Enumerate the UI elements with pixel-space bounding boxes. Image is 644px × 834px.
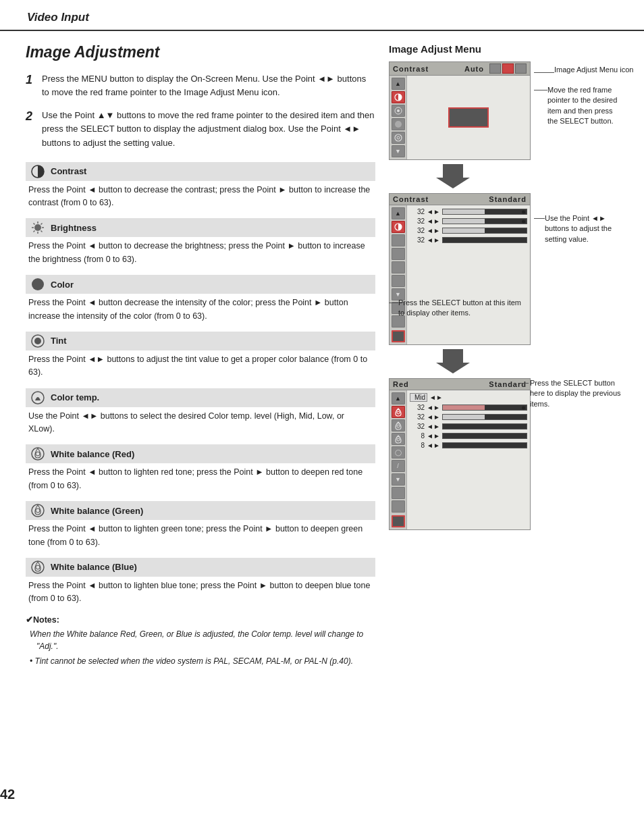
colortemp-desc: Use the Point ◄► buttons to select the d… (26, 410, 375, 436)
svg-point-30 (397, 425, 400, 427)
menu1-annotation2-text: Move the red frame pointer to the desire… (547, 85, 618, 127)
step-1: 1 Press the MENU button to display the O… (26, 72, 375, 99)
menu1-top-label: Contrast (393, 65, 462, 73)
page-header: Video Input (0, 0, 644, 31)
svg-point-19 (36, 565, 40, 569)
svg-point-23 (395, 121, 402, 128)
brightness-desc: Press the Point ◄ button to decrease the… (26, 240, 375, 266)
menu-3-container: Red Standard ▲ (389, 378, 618, 530)
brightness-icon (30, 220, 45, 235)
wb-blue-desc: Press the Point ◄ button to lighten blue… (26, 579, 375, 606)
header-title: Video Input (27, 11, 89, 24)
svg-point-10 (32, 278, 44, 290)
menu1-annotation1-text: Image Adjust Menu icon (554, 65, 633, 75)
svg-point-1 (34, 224, 41, 231)
annotation-menu2-2: Press the SELECT button at this item to … (389, 298, 524, 319)
contrast-title: Contrast (51, 166, 86, 176)
svg-point-24 (395, 134, 402, 141)
notes-list: When the White balance Red, Green, or Bl… (26, 628, 375, 667)
step-1-num: 1 (26, 73, 36, 99)
step-2-text: Use the Point ▲▼ buttons to move the red… (42, 109, 375, 149)
wb-red-desc: Press the Point ◄ button to lighten red … (26, 466, 375, 492)
svg-point-15 (36, 452, 40, 456)
step-2: 2 Use the Point ▲▼ buttons to move the r… (26, 109, 375, 149)
menu-3: Red Standard ▲ (389, 378, 531, 530)
annotation-menu1-2: Move the red frame pointer to the desire… (534, 85, 618, 127)
svg-line-7 (41, 231, 43, 232)
svg-point-29 (397, 411, 400, 414)
color-desc: Press the Point ◄ button decrease the in… (26, 296, 375, 323)
feature-contrast: Contrast Press the Point ◄ button to dec… (26, 162, 375, 210)
wb-green-desc: Press the Point ◄ button to lighten gree… (26, 523, 375, 549)
menu3-top-label: Red (393, 380, 486, 388)
svg-marker-28 (436, 349, 470, 373)
feature-wb-blue: White balance (Blue) Press the Point ◄ b… (26, 558, 375, 606)
note-2: • Tint cannot be selected when the video… (30, 655, 375, 667)
menu2-top-mode: Standard (489, 195, 527, 203)
feature-brightness: Brightness Press the Point ◄ button to d… (26, 218, 375, 266)
annotation-menu1-1: Image Adjust Menu icon (534, 65, 633, 75)
menu2-top-label: Contrast (393, 195, 486, 203)
svg-point-31 (397, 438, 400, 441)
color-icon (30, 277, 45, 292)
svg-line-8 (41, 224, 43, 225)
feature-wb-green: White balance (Green) Press the Point ◄ … (26, 501, 375, 549)
arrow-down-1 (389, 164, 618, 190)
feature-colortemp: Color temp. Use the Point ◄► buttons to … (26, 388, 375, 436)
annotation-menu2-1: Use the Point ◄► buttons to adjust the s… (534, 213, 618, 244)
tint-icon (30, 334, 45, 348)
tint-desc: Press the Point ◄► buttons to adjust the… (26, 353, 375, 380)
notes-title: ✔Notes: (26, 615, 375, 625)
tint-title: Tint (51, 336, 67, 346)
svg-marker-26 (436, 164, 470, 188)
color-title: Color (51, 280, 74, 290)
wb-green-title: White balance (Green) (51, 506, 143, 516)
wb-red-title: White balance (Red) (51, 449, 134, 459)
brightness-title: Brightness (51, 223, 97, 233)
note-1: When the White balance Red, Green, or Bl… (30, 628, 375, 652)
svg-point-12 (34, 338, 41, 344)
wb-red-icon (30, 446, 45, 461)
menu3-mid-label: Mid (410, 393, 427, 402)
menu-1-container: Contrast Auto ▲ (389, 61, 618, 160)
wb-green-icon (30, 503, 45, 518)
svg-point-17 (36, 509, 40, 513)
wb-blue-icon (30, 560, 45, 575)
contrast-desc: Press the Point ◄ button to decrease the… (26, 184, 375, 210)
page-number: 42 (0, 787, 15, 802)
step-2-num: 2 (26, 109, 36, 149)
menu-2-container: Contrast Standard ▲ ▼ (389, 193, 618, 345)
section-title: Image Adjustment (26, 43, 375, 61)
colortemp-title: Color temp. (51, 392, 99, 402)
menu-2: Contrast Standard ▲ ▼ (389, 193, 531, 345)
right-panel-title: Image Adjust Menu (389, 43, 618, 55)
left-column: Image Adjustment 1 Press the MENU button… (26, 31, 375, 814)
menu3-annotation1-text: Press the SELECT button here to display … (530, 378, 622, 409)
menu1-top-mode: Auto (464, 65, 484, 73)
notes-section: ✔Notes: When the White balance Red, Gree… (26, 615, 375, 667)
arrow-down-2 (389, 349, 618, 375)
annotation-menu3-1: Press the SELECT button here to display … (520, 378, 622, 409)
step-1-text: Press the MENU button to display the On-… (42, 72, 375, 99)
feature-color: Color Press the Point ◄ button decrease … (26, 275, 375, 323)
wb-blue-title: White balance (Blue) (51, 562, 137, 572)
feature-wb-red: White balance (Red) Press the Point ◄ bu… (26, 444, 375, 492)
svg-point-25 (397, 136, 400, 139)
svg-line-6 (34, 224, 35, 225)
svg-point-22 (397, 109, 400, 112)
colortemp-icon (30, 390, 45, 405)
menu-1: Contrast Auto ▲ (389, 61, 531, 160)
right-column: Image Adjust Menu Contrast Auto (389, 31, 618, 814)
svg-line-9 (34, 231, 35, 232)
contrast-icon (30, 164, 45, 179)
feature-tint: Tint Press the Point ◄► buttons to adjus… (26, 332, 375, 380)
